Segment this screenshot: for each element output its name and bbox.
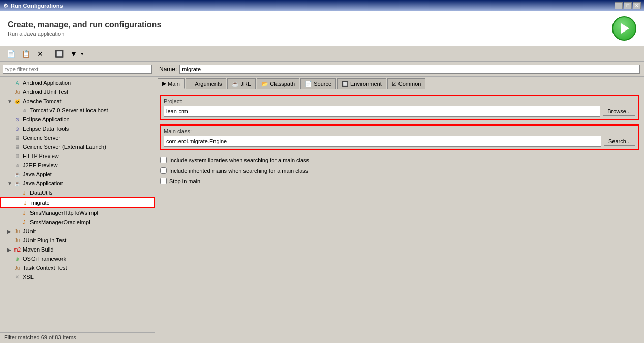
- tree-item-datautils[interactable]: J DataUtils: [0, 188, 155, 197]
- left-panel: A Android Application Ju Android JUnit T…: [0, 62, 155, 342]
- tree-label-junit-plugin: JUnit Plug-in Test: [23, 237, 66, 243]
- j2ee-preview-icon: 🖥: [13, 161, 21, 169]
- main-class-input[interactable]: [164, 136, 601, 147]
- tree-item-sms-http[interactable]: J SmsManagerHttpToWsImpl: [0, 208, 155, 217]
- tab-main-icon: ▶: [162, 80, 166, 87]
- collapse-button[interactable]: ▼: [68, 48, 80, 59]
- tree-item-tomcat-server[interactable]: 🖥 Tomcat v7.0 Server at localhost: [0, 106, 155, 115]
- junit-plugin-icon: Ju: [13, 236, 21, 244]
- tree-item-http-preview[interactable]: 🖥 HTTP Preview: [0, 151, 155, 161]
- checkbox-stop-in-main-label: Stop in main: [169, 178, 200, 184]
- tree-label-generic-server: Generic Server: [23, 135, 60, 141]
- tree-item-j2ee-preview[interactable]: 🖥 J2EE Preview: [0, 161, 155, 170]
- tab-source-icon: 📄: [305, 81, 312, 87]
- tree-label-junit: JUnit: [23, 228, 36, 234]
- tab-common[interactable]: ☑ Common: [387, 78, 426, 89]
- tab-environment[interactable]: 🔲 Environment: [337, 78, 386, 89]
- main-class-field-group: Main class: Search...: [160, 124, 639, 150]
- tree-item-android-junit[interactable]: Ju Android JUnit Test: [0, 87, 155, 97]
- tree-item-xsl[interactable]: ✕ XSL: [0, 272, 155, 282]
- project-browse-button[interactable]: Browse...: [603, 107, 635, 116]
- tree-item-sms-oracle[interactable]: J SmsManagerOracleImpl: [0, 217, 155, 227]
- tree-item-java-application[interactable]: ▼ ☕ Java Application: [0, 179, 155, 188]
- name-input[interactable]: [179, 65, 640, 74]
- status-bar: Filter matched 69 of 83 items: [0, 332, 155, 342]
- new-config-button[interactable]: 📄: [4, 48, 18, 59]
- tree-label-tomcat-server: Tomcat v7.0 Server at localhost: [30, 107, 108, 113]
- tree-item-java-applet[interactable]: ☕ Java Applet: [0, 170, 155, 179]
- expander-java-application: ▼: [7, 181, 13, 186]
- toolbar: 📄 📋 ✕ 🔲 ▼ ▼: [0, 46, 644, 62]
- run-icon: [621, 23, 629, 34]
- tab-main[interactable]: ▶ Main: [158, 78, 185, 89]
- run-button[interactable]: [612, 16, 636, 41]
- checkbox-stop-in-main-input[interactable]: [160, 178, 167, 184]
- tree-item-generic-server[interactable]: 🖥 Generic Server: [0, 133, 155, 142]
- project-input[interactable]: [164, 106, 600, 117]
- http-preview-icon: 🖥: [13, 152, 21, 160]
- filter-button[interactable]: 🔲: [52, 48, 66, 59]
- toolbar-separator-1: [49, 49, 49, 59]
- tree-label-java-application: Java Application: [23, 180, 64, 186]
- tree-item-task-context[interactable]: Ju Task Context Test: [0, 263, 155, 272]
- tree-area: A Android Application Ju Android JUnit T…: [0, 77, 155, 332]
- header: Create, manage, and run configurations R…: [0, 11, 644, 46]
- tab-source-label: Source: [314, 81, 331, 87]
- expander-junit: ▶: [7, 229, 13, 234]
- checkbox-include-inherited: Include inherited mains when searching f…: [160, 165, 639, 176]
- tree-item-osgi[interactable]: ⊕ OSGi Framework: [0, 254, 155, 263]
- tree-label-sms-http: SmsManagerHttpToWsImpl: [30, 210, 98, 216]
- task-context-icon: Ju: [13, 264, 21, 272]
- tree-label-datautils: DataUtils: [30, 190, 53, 196]
- duplicate-config-button[interactable]: 📋: [19, 48, 33, 59]
- tree-item-generic-server-ext[interactable]: 🖥 Generic Server (External Launch): [0, 142, 155, 151]
- tab-environment-label: Environment: [350, 81, 382, 87]
- delete-config-button[interactable]: ✕: [35, 48, 46, 59]
- tomcat-server-icon: 🖥: [20, 106, 28, 114]
- collapse-dropdown[interactable]: ▼ ▼: [68, 48, 84, 59]
- sms-http-icon: J: [20, 209, 28, 217]
- close-button[interactable]: ✕: [633, 2, 641, 9]
- tree-label-eclipse-data-tools: Eclipse Data Tools: [23, 126, 69, 132]
- tab-jre[interactable]: ☕ JRE: [227, 78, 256, 89]
- tree-item-apache-tomcat[interactable]: ▼ 🐱 Apache Tomcat: [0, 97, 155, 106]
- tree-label-android-junit: Android JUnit Test: [23, 89, 68, 95]
- tree-item-junit-plugin[interactable]: Ju JUnit Plug-in Test: [0, 236, 155, 245]
- tree-label-java-applet: Java Applet: [23, 171, 52, 177]
- tab-common-label: Common: [398, 81, 421, 87]
- tree-item-junit[interactable]: ▶ Ju JUnit: [0, 227, 155, 236]
- datautils-icon: J: [20, 189, 28, 197]
- content-area: Project: Browse... Main class: Search...…: [155, 89, 644, 342]
- tree-label-xsl: XSL: [23, 274, 34, 280]
- java-application-icon: ☕: [13, 179, 21, 188]
- tree-item-android-application[interactable]: A Android Application: [0, 78, 155, 87]
- tab-arguments-icon: ≡: [190, 81, 193, 87]
- checkbox-stop-in-main: Stop in main: [160, 176, 639, 186]
- project-row: Browse...: [164, 106, 635, 117]
- filter-input[interactable]: [3, 65, 152, 74]
- minimize-button[interactable]: ─: [615, 2, 623, 9]
- expander-apache-tomcat: ▼: [7, 99, 13, 104]
- name-row: Name:: [155, 62, 644, 77]
- tree-item-maven[interactable]: ▶ m2 Maven Build: [0, 245, 155, 254]
- tree-label-android-application: Android Application: [23, 80, 71, 86]
- checkbox-include-inherited-input[interactable]: [160, 167, 167, 174]
- tab-source[interactable]: 📄 Source: [300, 78, 336, 89]
- eclipse-application-icon: ⊙: [13, 115, 21, 123]
- tab-arguments[interactable]: ≡ Arguments: [186, 78, 227, 89]
- filter-box: [0, 62, 155, 77]
- tab-arguments-label: Arguments: [195, 81, 222, 87]
- android-application-icon: A: [13, 79, 21, 87]
- tab-classpath[interactable]: 📂 Classpath: [257, 78, 299, 89]
- search-button[interactable]: Search...: [604, 137, 635, 146]
- title-bar: ⚙ Run Configurations ─ □ ✕: [0, 0, 644, 11]
- checkbox-include-system-input[interactable]: [160, 157, 167, 163]
- tree-item-migrate[interactable]: J migrate: [0, 197, 155, 208]
- checkbox-include-inherited-label: Include inherited mains when searching f…: [169, 168, 308, 174]
- android-junit-icon: Ju: [13, 88, 21, 96]
- maximize-button[interactable]: □: [624, 2, 632, 9]
- tree-item-eclipse-data-tools[interactable]: ⊙ Eclipse Data Tools: [0, 124, 155, 133]
- eclipse-data-tools-icon: ⊙: [13, 124, 21, 133]
- name-label: Name:: [159, 66, 177, 73]
- tree-item-eclipse-application[interactable]: ⊙ Eclipse Application: [0, 115, 155, 124]
